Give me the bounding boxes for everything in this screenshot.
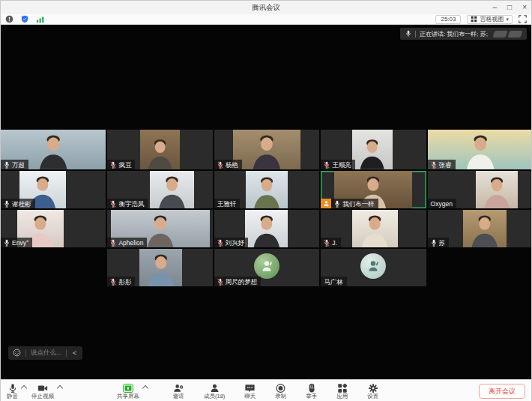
participant-video <box>139 249 183 286</box>
participant-name: 疯豆 <box>118 161 131 169</box>
apps-icon <box>337 382 348 394</box>
invite-icon <box>172 382 184 394</box>
chevron-down-icon: ▾ <box>506 16 509 23</box>
participant-tile[interactable]: 杨艳 <box>214 130 319 169</box>
apps-label: 应用 <box>336 394 348 400</box>
participant-name: Envy° <box>12 239 28 247</box>
participant-grid: 万超疯豆杨艳王顺亮张睿谢桂彬衡宇浩凤王雅轩我们布一样OxygenEnvy°Aph… <box>1 130 531 286</box>
participant-video <box>352 210 397 247</box>
participant-name: 刘兴妤 <box>226 239 245 247</box>
participant-tile[interactable]: 万超 <box>1 130 106 169</box>
chat-input[interactable]: 说点什么... <box>31 349 61 358</box>
name-label: 杨艳 <box>214 160 242 169</box>
raise-hand-button[interactable]: 举手 <box>306 382 317 400</box>
view-mode-label: 宫格视图 <box>480 16 504 23</box>
name-label: 谢桂彬 <box>1 199 35 208</box>
participant-video <box>476 171 518 208</box>
redacted-speaker-names <box>492 27 522 40</box>
participant-tile[interactable]: 彤彤 <box>107 249 212 286</box>
invite-button[interactable]: 邀请 <box>172 382 184 400</box>
record-label: 录制 <box>275 394 286 400</box>
share-screen-icon <box>122 382 134 394</box>
participant-tile[interactable]: 我们布一样 <box>321 171 426 208</box>
participant-tile[interactable]: 谢桂彬 <box>1 171 106 208</box>
participant-video <box>352 130 392 169</box>
name-label: 疯豆 <box>107 160 135 169</box>
chat-button[interactable]: 聊天 <box>244 382 256 400</box>
participant-tile[interactable]: 王顺亮 <box>321 130 426 169</box>
apps-button[interactable]: 应用 <box>336 382 348 400</box>
mic-on-icon <box>334 200 340 208</box>
mute-button[interactable]: 静音 <box>7 382 18 400</box>
record-button[interactable]: 录制 <box>275 382 286 400</box>
name-label: Oxygen <box>428 199 456 208</box>
participant-tile[interactable]: Aphelion <box>107 210 212 247</box>
share-screen-expand-chevron[interactable] <box>142 385 148 391</box>
participant-tile[interactable]: 衡宇浩凤 <box>107 171 212 208</box>
participant-tile[interactable]: 疯豆 <box>107 130 212 169</box>
mute-label: 静音 <box>7 394 18 400</box>
emoji-icon[interactable] <box>13 346 21 360</box>
members-button[interactable]: 成员(18) <box>204 382 225 400</box>
view-mode-selector[interactable]: 宫格视图 ▾ <box>467 15 513 24</box>
participant-video <box>150 171 194 208</box>
maximize-button[interactable]: □ <box>507 4 512 11</box>
participant-tile[interactable]: 王雅轩 <box>214 171 319 208</box>
participant-name: 我们布一样 <box>342 200 375 208</box>
raise-hand-label: 举手 <box>306 394 317 400</box>
meeting-timer: 25:03 <box>435 15 461 24</box>
redacted-name-blob <box>493 31 508 37</box>
participant-name: 马广林 <box>324 278 343 286</box>
camera-icon <box>37 382 49 394</box>
name-label: J. <box>321 238 341 247</box>
redacted-name-blob <box>508 31 523 37</box>
collapse-chat-button[interactable]: < <box>71 349 78 357</box>
tencent-meeting-window: 腾讯会议 – □ × 25:03 宫格视图 ▾ 正在讲话: 我们布 <box>0 0 532 401</box>
minimize-button[interactable]: – <box>493 4 498 11</box>
participant-video <box>246 171 288 208</box>
participant-video <box>245 210 288 247</box>
participant-tile[interactable]: 张睿 <box>428 130 531 169</box>
mic-muted-icon <box>110 239 116 247</box>
participant-name: 王雅轩 <box>217 200 237 208</box>
name-label: 我们布一样 <box>331 199 378 208</box>
name-label: 刘兴妤 <box>214 238 249 247</box>
microphone-icon <box>405 30 411 37</box>
mic-muted-icon <box>217 278 223 286</box>
participant-tile[interactable]: Oxygen <box>428 171 531 208</box>
stop-video-expand-chevron[interactable] <box>57 385 63 391</box>
participant-tile[interactable]: J. <box>321 210 426 247</box>
fullscreen-icon[interactable] <box>519 15 527 23</box>
network-quality-icon[interactable] <box>36 16 45 23</box>
mic-muted-icon <box>324 239 330 247</box>
window-title: 腾讯会议 <box>1 3 531 13</box>
participant-tile[interactable]: 苏 <box>428 210 531 247</box>
meeting-info-icon[interactable] <box>5 15 13 23</box>
bottom-toolbar: 静音停止视频共享屏幕邀请成员(18)聊天录制举手应用设置 离开会议 <box>1 379 531 401</box>
name-label: 马广林 <box>321 277 347 286</box>
mute-expand-chevron[interactable] <box>21 385 27 391</box>
participant-name: 王顺亮 <box>332 161 351 169</box>
participant-video <box>463 210 507 247</box>
mic-muted-icon <box>431 161 437 169</box>
name-label: 苏 <box>428 238 450 247</box>
mic-on-icon <box>4 200 10 208</box>
participant-tile[interactable]: Envy° <box>1 210 106 247</box>
record-icon <box>275 382 286 394</box>
settings-button[interactable]: 设置 <box>367 382 378 400</box>
name-label: 彤彤 <box>107 277 135 286</box>
participant-avatar <box>254 253 279 279</box>
participant-video <box>233 130 300 169</box>
mic-on-icon <box>431 239 437 247</box>
security-shield-icon[interactable] <box>20 15 29 23</box>
microphone-icon <box>7 382 18 394</box>
participant-tile[interactable]: 刘兴妤 <box>214 210 319 247</box>
participant-tile[interactable]: 马广林 <box>321 249 426 286</box>
participant-tile[interactable]: 周尺的梦想 <box>214 249 319 286</box>
close-button[interactable]: × <box>522 4 527 11</box>
participant-name: J. <box>332 239 337 247</box>
chat-icon <box>244 382 256 394</box>
leave-meeting-button[interactable]: 离开会议 <box>479 384 525 399</box>
stop-video-button[interactable]: 停止视频 <box>31 382 54 400</box>
share-screen-button[interactable]: 共享屏幕 <box>117 382 139 400</box>
